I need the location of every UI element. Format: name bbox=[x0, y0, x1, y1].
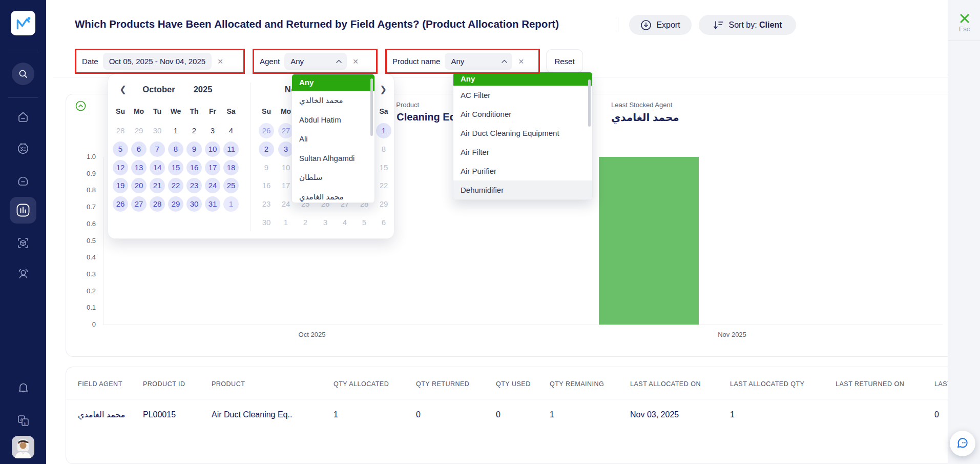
calendar-day[interactable]: 20 bbox=[131, 178, 147, 193]
agent-filter-clear-icon[interactable]: ✕ bbox=[352, 57, 359, 66]
table-column-header[interactable]: QTY RETURNED bbox=[416, 380, 469, 391]
calendar-day[interactable]: 2 bbox=[259, 142, 274, 157]
agent-filter[interactable]: Agent Any ✕ bbox=[253, 49, 378, 74]
calendar-day[interactable]: 12 bbox=[113, 160, 128, 175]
calendar-day[interactable]: 11 bbox=[223, 142, 239, 157]
calendar-day[interactable]: 26 bbox=[259, 123, 274, 138]
dropdown-option[interactable]: AC Filter bbox=[453, 86, 592, 105]
calendar-day[interactable]: 10 bbox=[205, 142, 220, 157]
table-column-header[interactable]: QTY ALLOCATED bbox=[333, 380, 389, 391]
table-column-header[interactable]: LAST ALLOCATED QTY bbox=[730, 380, 804, 391]
calendar-day[interactable]: 31 bbox=[205, 196, 220, 212]
sidebar-item-tasks[interactable] bbox=[12, 137, 34, 160]
sidebar-item-reports-active[interactable] bbox=[10, 197, 36, 224]
calendar-day[interactable]: 19 bbox=[113, 178, 128, 193]
date-filter[interactable]: Date Oct 05, 2025 - Nov 04, 2025 ✕ bbox=[75, 49, 245, 74]
product-filter-clear-icon[interactable]: ✕ bbox=[518, 57, 524, 66]
agent-dropdown-scrollbar[interactable] bbox=[370, 78, 373, 136]
sidebar-item-field-service[interactable] bbox=[12, 169, 34, 192]
bar-nov-2025[interactable] bbox=[599, 157, 699, 325]
calendar-day[interactable]: 23 bbox=[186, 178, 202, 193]
calendar-day[interactable]: 1 bbox=[223, 196, 239, 212]
dropdown-option[interactable]: Abdul Hatim bbox=[292, 110, 374, 130]
sidebar-item-agents[interactable] bbox=[12, 263, 34, 285]
calendar-day[interactable]: 5 bbox=[113, 142, 128, 157]
chat-widget-button[interactable] bbox=[950, 431, 975, 456]
calendar-day[interactable]: 29 bbox=[376, 196, 391, 212]
calendar-year-october[interactable]: 2025 bbox=[187, 83, 218, 96]
calendar-day[interactable]: 30 bbox=[186, 196, 202, 212]
table-column-header[interactable]: PRODUCT ID bbox=[143, 380, 185, 391]
calendar-day[interactable]: 15 bbox=[376, 160, 391, 175]
dropdown-option[interactable]: Air Duct Cleaning Equipment bbox=[453, 124, 592, 143]
reset-button[interactable]: Reset bbox=[547, 50, 582, 72]
calendar-day[interactable]: 5 bbox=[357, 215, 372, 230]
calendar-day[interactable]: 6 bbox=[376, 215, 391, 230]
sidebar-item-notifications[interactable] bbox=[12, 376, 34, 398]
product-filter-value[interactable]: Any bbox=[445, 53, 512, 70]
table-column-header[interactable]: FIELD AGENT bbox=[78, 380, 122, 391]
close-button[interactable]: Esc bbox=[948, 0, 980, 41]
calendar-prev-button[interactable]: ❮ bbox=[116, 83, 130, 96]
calendar-day[interactable]: 14 bbox=[150, 160, 165, 175]
calendar-day[interactable]: 4 bbox=[223, 123, 239, 138]
calendar-day[interactable]: 16 bbox=[259, 178, 274, 193]
calendar-day[interactable]: 9 bbox=[186, 142, 202, 157]
sidebar-item-products[interactable] bbox=[12, 232, 34, 254]
calendar-day[interactable]: 27 bbox=[131, 196, 147, 212]
app-logo[interactable] bbox=[11, 11, 35, 35]
calendar-day[interactable]: 9 bbox=[259, 160, 274, 175]
dropdown-option[interactable]: Air Filter bbox=[453, 143, 592, 162]
table-column-header[interactable]: LAST RETURNED ON bbox=[836, 380, 904, 391]
calendar-day[interactable]: 8 bbox=[168, 142, 183, 157]
calendar-day[interactable]: 30 bbox=[259, 215, 274, 230]
calendar-next-button[interactable]: ❯ bbox=[377, 83, 390, 96]
table-column-header[interactable]: LAST ALLOCATED ON bbox=[630, 380, 701, 391]
calendar-day[interactable]: 26 bbox=[113, 196, 128, 212]
agent-filter-value[interactable]: Any bbox=[284, 53, 347, 70]
calendar-day[interactable]: 29 bbox=[168, 196, 183, 212]
product-dropdown-scrollbar[interactable] bbox=[588, 79, 591, 127]
calendar-day[interactable]: 13 bbox=[131, 160, 147, 175]
calendar-day[interactable]: 21 bbox=[150, 178, 165, 193]
calendar-day[interactable]: 1 bbox=[168, 123, 183, 138]
calendar-day[interactable]: 1 bbox=[376, 123, 391, 138]
dropdown-option[interactable]: محمد الغامدي bbox=[292, 187, 374, 204]
sidebar-item-language[interactable]: A ع bbox=[12, 409, 34, 432]
dropdown-option[interactable]: Air Purifier bbox=[453, 162, 592, 180]
calendar-day[interactable]: 25 bbox=[223, 178, 239, 193]
calendar-day[interactable]: 1 bbox=[278, 215, 294, 230]
calendar-day[interactable]: 2 bbox=[298, 215, 313, 230]
calendar-day[interactable]: 4 bbox=[337, 215, 352, 230]
calendar-day[interactable]: 8 bbox=[376, 142, 391, 157]
sort-button[interactable]: Sort by: Client bbox=[699, 15, 796, 35]
calendar-day[interactable]: 30 bbox=[150, 123, 165, 138]
date-filter-value[interactable]: Oct 05, 2025 - Nov 04, 2025 bbox=[103, 53, 212, 70]
calendar-day[interactable]: 22 bbox=[376, 178, 391, 193]
dropdown-option[interactable]: سلطان bbox=[292, 168, 374, 187]
dropdown-option[interactable]: Dehumidifier bbox=[453, 180, 592, 199]
sidebar-item-search[interactable] bbox=[12, 63, 34, 85]
table-column-header[interactable]: PRODUCT bbox=[212, 380, 245, 391]
table-column-header[interactable]: QTY USED bbox=[496, 380, 531, 391]
calendar-day[interactable]: 2 bbox=[186, 123, 202, 138]
dropdown-option[interactable]: Any bbox=[453, 72, 592, 86]
calendar-month-october[interactable]: October bbox=[131, 83, 186, 96]
calendar-day[interactable]: 29 bbox=[131, 123, 147, 138]
calendar-day[interactable]: 7 bbox=[150, 142, 165, 157]
dropdown-option[interactable]: Air Conditioner bbox=[453, 105, 592, 124]
calendar-day[interactable]: 3 bbox=[318, 215, 333, 230]
export-button[interactable]: Export bbox=[629, 15, 692, 35]
table-column-header[interactable]: QTY REMAINING bbox=[550, 380, 604, 391]
calendar-day[interactable]: 3 bbox=[205, 123, 220, 138]
date-filter-clear-icon[interactable]: ✕ bbox=[217, 57, 223, 66]
user-avatar[interactable] bbox=[12, 436, 34, 458]
dropdown-option[interactable]: Ali bbox=[292, 129, 374, 149]
calendar-day[interactable]: 28 bbox=[150, 196, 165, 212]
sidebar-item-home[interactable] bbox=[12, 106, 34, 128]
dropdown-option[interactable]: Any bbox=[292, 74, 374, 91]
calendar-day[interactable]: 16 bbox=[186, 160, 202, 175]
calendar-day[interactable]: 22 bbox=[168, 178, 183, 193]
calendar-day[interactable]: 15 bbox=[168, 160, 183, 175]
calendar-day[interactable]: 18 bbox=[223, 160, 239, 175]
